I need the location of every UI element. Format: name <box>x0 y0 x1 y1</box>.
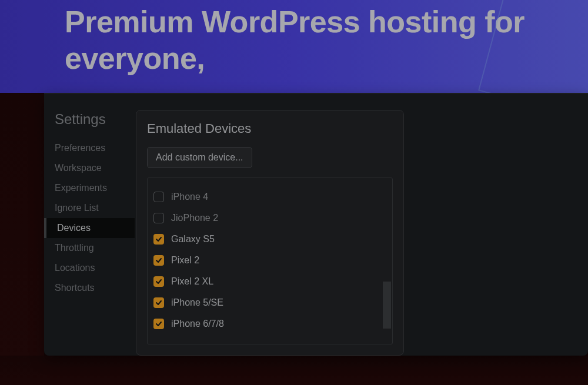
checkbox-checked-icon[interactable] <box>153 234 164 245</box>
bottom-background-strip <box>0 356 588 385</box>
settings-sidebar: Settings Preferences Workspace Experimen… <box>44 93 132 356</box>
device-label: JioPhone 2 <box>171 213 218 223</box>
sidebar-item-label: Throttling <box>55 243 94 253</box>
device-item-pixel-2[interactable]: Pixel 2 <box>153 250 386 271</box>
device-list-container: iPhone 4 JioPhone 2 Galaxy S5 <box>147 178 393 344</box>
sidebar-item-shortcuts[interactable]: Shortcuts <box>55 278 132 298</box>
device-label: Galaxy S5 <box>171 234 215 245</box>
sidebar-item-label: Workspace <box>55 163 102 173</box>
device-label: Pixel 2 XL <box>171 276 213 287</box>
device-label: iPhone 5/SE <box>171 297 223 308</box>
sidebar-item-locations[interactable]: Locations <box>55 258 132 278</box>
emulated-devices-card: Emulated Devices Add custom device... iP… <box>136 110 404 356</box>
device-item-pixel-2-xl[interactable]: Pixel 2 XL <box>153 271 386 292</box>
checkbox-unchecked-icon[interactable] <box>153 192 164 202</box>
device-label: iPhone 4 <box>171 192 208 202</box>
checkbox-unchecked-icon[interactable] <box>153 213 164 223</box>
checkbox-checked-icon[interactable] <box>153 276 164 287</box>
sidebar-item-label: Locations <box>55 263 95 273</box>
sidebar-item-label: Preferences <box>55 143 105 153</box>
add-custom-device-button[interactable]: Add custom device... <box>147 147 252 168</box>
device-item-iphone-6-7-8[interactable]: iPhone 6/7/8 <box>153 313 386 334</box>
sidebar-item-experiments[interactable]: Experiments <box>55 178 132 198</box>
checkbox-checked-icon[interactable] <box>153 297 164 308</box>
scrollbar-thumb[interactable] <box>383 282 391 329</box>
left-background-edge <box>0 93 44 385</box>
checkbox-checked-icon[interactable] <box>153 319 164 329</box>
panel-title: Emulated Devices <box>136 111 403 147</box>
device-list: iPhone 4 JioPhone 2 Galaxy S5 <box>148 178 392 343</box>
sidebar-item-label: Experiments <box>55 183 107 193</box>
scrollbar-track[interactable] <box>383 182 391 340</box>
add-button-container: Add custom device... <box>136 147 403 178</box>
sidebar-item-ignore-list[interactable]: Ignore List <box>55 198 132 218</box>
sidebar-item-label: Devices <box>57 223 91 233</box>
banner-headline: Premium WordPress hosting for everyone, <box>65 0 588 77</box>
device-item-iphone-5-se[interactable]: iPhone 5/SE <box>153 292 386 313</box>
sidebar-item-preferences[interactable]: Preferences <box>55 138 132 158</box>
device-item-jiophone-2[interactable]: JioPhone 2 <box>153 207 386 229</box>
main-content: Emulated Devices Add custom device... iP… <box>132 93 588 356</box>
hero-banner: Premium WordPress hosting for everyone, <box>0 0 588 93</box>
sidebar-item-label: Ignore List <box>55 203 99 213</box>
checkbox-checked-icon[interactable] <box>153 255 164 266</box>
sidebar-title: Settings <box>55 111 132 128</box>
devtools-settings-panel: Settings Preferences Workspace Experimen… <box>44 93 588 356</box>
device-item-galaxy-s5[interactable]: Galaxy S5 <box>153 229 386 250</box>
sidebar-item-label: Shortcuts <box>55 283 95 293</box>
device-item-iphone-4[interactable]: iPhone 4 <box>153 186 386 207</box>
sidebar-item-devices[interactable]: Devices <box>44 218 135 238</box>
sidebar-item-throttling[interactable]: Throttling <box>55 238 132 258</box>
device-label: iPhone 6/7/8 <box>171 319 224 329</box>
sidebar-item-workspace[interactable]: Workspace <box>55 158 132 178</box>
device-label: Pixel 2 <box>171 255 199 266</box>
